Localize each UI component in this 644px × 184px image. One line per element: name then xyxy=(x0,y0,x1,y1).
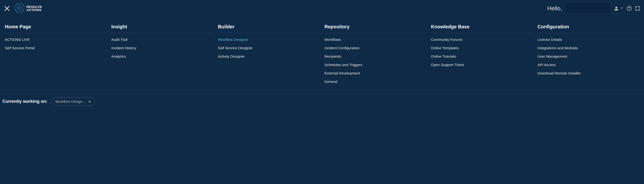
nav-column: BuilderWorkflow DesignerSelf Service Des… xyxy=(218,24,320,84)
logo-icon xyxy=(14,3,24,14)
user-icon xyxy=(614,6,619,11)
nav-items: License DetailsIntegrations and ModulesU… xyxy=(538,37,639,75)
expand-icon xyxy=(635,6,640,11)
nav-column: InsightAudit TrailIncident HistoryAnalyt… xyxy=(111,24,213,84)
greeting-text: Hello, xyxy=(547,5,562,12)
top-bar-left: RESOLVE ACTIONS xyxy=(4,3,42,14)
user-name-block xyxy=(565,3,611,14)
nav-item[interactable]: Incident History xyxy=(111,46,213,50)
user-menu[interactable] xyxy=(614,6,624,11)
nav-items: ACTIONS LIVESelf Service Portal xyxy=(5,37,106,50)
nav-item[interactable]: Online Tutorials xyxy=(431,54,533,58)
close-button[interactable] xyxy=(4,5,10,11)
nav-item[interactable]: Activity Designer xyxy=(218,54,320,58)
help-button[interactable] xyxy=(627,6,632,11)
nav-heading: Home Page xyxy=(5,24,106,33)
logo-text: RESOLVE ACTIONS xyxy=(26,5,42,11)
footer-bar: Currently working on: Workflow Design... xyxy=(0,93,644,112)
nav-item[interactable]: Integrations and Modules xyxy=(538,46,639,50)
nav-item[interactable]: Self Service Portal xyxy=(5,46,106,50)
nav-item[interactable]: Download Remote Installer xyxy=(538,71,639,75)
nav-item[interactable]: Online Templates xyxy=(431,46,533,50)
nav-item[interactable]: License Details xyxy=(538,37,639,42)
chips-container: Workflow Design... xyxy=(52,97,95,106)
nav-item[interactable]: ACTIONS LIVE xyxy=(5,37,106,42)
nav-item[interactable]: Community Forums xyxy=(431,37,533,42)
nav-item[interactable]: External Development xyxy=(324,71,426,75)
nav-items: Community ForumsOnline TemplatesOnline T… xyxy=(431,37,533,67)
nav-item[interactable]: Open Support Ticket xyxy=(431,63,533,67)
logo-text-bottom: ACTIONS xyxy=(26,8,42,11)
nav-item[interactable]: User Management xyxy=(538,54,639,58)
nav-column: RepositoryWorkflowsIncident Configuratio… xyxy=(324,24,426,84)
fullscreen-button[interactable] xyxy=(635,6,640,11)
close-icon xyxy=(88,100,91,103)
nav-column: Knowledge BaseCommunity ForumsOnline Tem… xyxy=(431,24,533,84)
nav-heading: Builder xyxy=(218,24,320,33)
nav-heading: Configuration xyxy=(538,24,639,33)
nav-heading: Repository xyxy=(324,24,426,33)
chip-close-button[interactable] xyxy=(88,100,91,103)
chip-label: Workflow Design... xyxy=(56,99,86,103)
chevron-down-icon xyxy=(620,6,624,11)
nav-item[interactable]: Incident Configuration xyxy=(324,46,426,50)
top-bar: RESOLVE ACTIONS Hello, xyxy=(0,0,644,17)
nav-items: Workflow DesignerSelf Service DesignerAc… xyxy=(218,37,320,58)
nav-heading: Knowledge Base xyxy=(431,24,533,33)
svg-point-9 xyxy=(615,7,617,8)
top-bar-right: Hello, xyxy=(547,3,640,14)
nav-heading: Insight xyxy=(111,24,213,33)
close-icon xyxy=(4,5,10,11)
nav-item[interactable]: Workflows xyxy=(324,37,426,42)
nav-item[interactable]: Audit Trail xyxy=(111,37,213,42)
logo[interactable]: RESOLVE ACTIONS xyxy=(14,3,42,14)
nav-item[interactable]: Workflow Designer xyxy=(218,37,320,42)
nav-items: Audit TrailIncident HistoryAnalytics xyxy=(111,37,213,58)
svg-point-11 xyxy=(629,9,630,10)
nav-item[interactable]: API Access xyxy=(538,63,639,67)
nav-item[interactable]: Recipients xyxy=(324,54,426,58)
nav-item[interactable]: Schedules and Triggers xyxy=(324,63,426,67)
nav-column: ConfigurationLicense DetailsIntegrations… xyxy=(538,24,639,84)
working-on-chip[interactable]: Workflow Design... xyxy=(52,97,95,106)
nav-item[interactable]: Self Service Designer xyxy=(218,46,320,50)
nav-item[interactable]: Analytics xyxy=(111,54,213,58)
nav-item[interactable]: General xyxy=(324,80,426,84)
main-navigation: Home PageACTIONS LIVESelf Service Portal… xyxy=(0,17,644,93)
footer-label: Currently working on: xyxy=(2,99,48,104)
nav-items: WorkflowsIncident ConfigurationRecipient… xyxy=(324,37,426,84)
help-icon xyxy=(627,6,632,11)
nav-column: Home PageACTIONS LIVESelf Service Portal xyxy=(5,24,106,84)
